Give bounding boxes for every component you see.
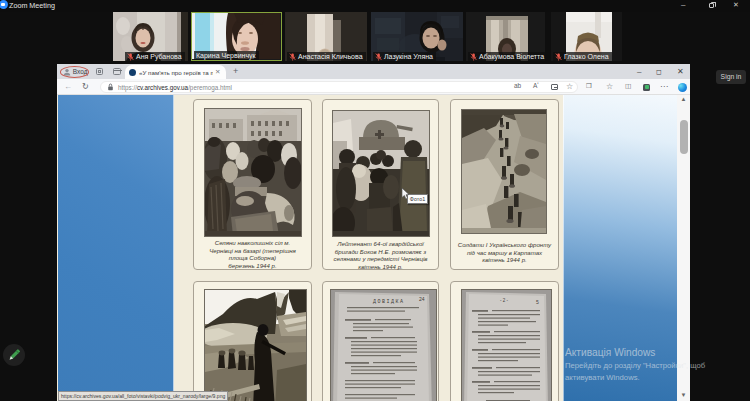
svg-text:- 2 -: - 2 - <box>500 298 509 303</box>
svg-text:24: 24 <box>419 296 425 302</box>
svg-text:5: 5 <box>536 299 539 305</box>
svg-text:ДОВІДКА: ДОВІДКА <box>373 299 405 305</box>
